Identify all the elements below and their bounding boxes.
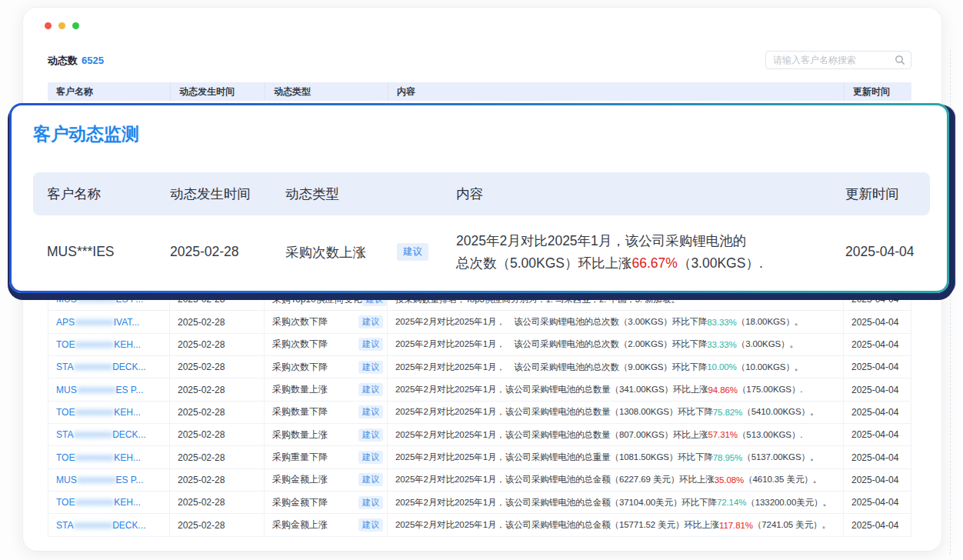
suggestion-badge: 建议	[358, 405, 383, 418]
customer-name-redacted: ■■■■■■■	[73, 429, 112, 440]
event-type-label: 采购金额上涨	[272, 518, 328, 532]
customer-name-suffix: KEH...	[114, 407, 141, 418]
event-date-cell: 2025-02-28	[170, 514, 265, 535]
table-row[interactable]: TOE■■■■■■■KEH...2025-02-28采购金额下降建议2025年2…	[48, 492, 911, 514]
event-type-label: 采购数量上涨	[272, 428, 328, 442]
customer-name-link[interactable]: TOE■■■■■■■KEH...	[48, 492, 170, 513]
spotlight-row[interactable]: MUS***IES 2025-02-28 采购次数上涨 建议 2025年2月对比…	[33, 215, 930, 288]
customer-name-prefix: MUS	[56, 385, 77, 395]
customer-name-suffix: ES P...	[115, 385, 143, 395]
table-header-row: 客户名称 动态发生时间 动态类型 内容 更新时间	[48, 82, 911, 101]
customer-name-prefix: STA	[56, 429, 73, 440]
event-type-label: 采购数量下降	[272, 405, 328, 418]
table-row[interactable]: MUS■■■■■■■ES P...2025-02-28采购数量上涨建议2025年…	[48, 378, 911, 401]
content-text-post: （7241.05 美元）。	[753, 519, 831, 531]
customer-name-redacted: ■■■■■■■	[75, 317, 114, 328]
table-row[interactable]: APS■■■■■■■IVAT...2025-02-28采购次数下降建议2025年…	[48, 311, 911, 333]
event-type-label: 采购Top10供应商变化	[272, 293, 362, 306]
dynamics-count-value: 6525	[82, 55, 104, 66]
event-type-label: 采购次数下降	[272, 361, 328, 374]
content-line-1: 2025年2月对比2025年1月，该公司采购锂电池的	[456, 230, 845, 252]
event-content-cell: 2025年2月对比2025年1月， 该公司采购锂电池的总次数（2.00KGS）环…	[388, 334, 844, 355]
customer-name-link[interactable]: MUS■■■■■■■ES P...	[48, 469, 170, 491]
updated-date-cell: 2025-04-04	[844, 492, 911, 513]
event-type-label: 采购数量上涨	[272, 383, 328, 396]
event-type-label: 采购重量下降	[272, 451, 328, 464]
event-type-cell: 采购重量下降建议	[265, 446, 388, 468]
table-row[interactable]: STA■■■■■■■DECK...2025-02-28采购数量上涨建议2025年…	[48, 424, 911, 446]
event-content-cell: 2025年2月对比2025年1月，该公司采购锂电池的总重量（1081.50KGS…	[388, 446, 844, 468]
event-type-cell: 采购数量上涨建议	[265, 378, 388, 400]
customer-name-redacted: ■■■■■■■	[77, 475, 116, 485]
customer-name-prefix: STA	[56, 362, 73, 372]
customer-name-prefix: TOE	[56, 497, 75, 508]
close-window-icon[interactable]	[45, 22, 52, 29]
customer-name-link[interactable]: STA■■■■■■■DECK...	[48, 424, 170, 445]
table-row[interactable]: TOE■■■■■■■KEH...2025-02-28采购次数下降建议2025年2…	[48, 334, 911, 356]
table-row[interactable]: TOE■■■■■■■KEH...2025-02-28采购数量下降建议2025年2…	[48, 402, 911, 424]
updated-date-cell: 2025-04-04	[844, 446, 911, 468]
table-body: MUS■■■■■■■ES P...2025-02-28采购Top10供应商变化建…	[48, 288, 911, 537]
event-content: 2025年2月对比2025年1月，该公司采购锂电池的 总次数（5.00KGS）环…	[456, 230, 845, 275]
updated-date-cell: 2025-04-04	[844, 334, 911, 355]
content-line-2: 总次数（5.00KGS）环比上涨66.67%（3.00KGS）.	[456, 252, 845, 275]
event-date-cell: 2025-02-28	[170, 402, 265, 423]
customer-name-link[interactable]: TOE■■■■■■■KEH...	[48, 402, 170, 423]
search-input[interactable]	[773, 55, 895, 65]
percent-change: 35.08%	[715, 475, 744, 485]
event-date-cell: 2025-02-28	[170, 378, 265, 400]
customer-name-redacted: ■■■■■■■	[75, 407, 114, 418]
customer-name-redacted: ■■■■■■■	[73, 520, 112, 531]
percent-change: 75.82%	[713, 408, 742, 417]
customer-name-redacted: ■■■■■■■	[77, 294, 116, 305]
updated-date: 2025-04-04	[845, 244, 930, 260]
suggestion-badge: 建议	[358, 518, 383, 532]
table-row[interactable]: TOE■■■■■■■KEH...2025-02-28采购重量下降建议2025年2…	[48, 446, 911, 468]
percent-change: 10.00%	[707, 362, 736, 372]
suggestion-badge: 建议	[358, 451, 383, 464]
event-type-label: 采购金额上涨	[272, 473, 328, 486]
table-row[interactable]: MUS■■■■■■■ES P...2025-02-28采购金额上涨建议2025年…	[48, 469, 911, 492]
suggestion-badge: 建议	[397, 243, 428, 261]
customer-name-link[interactable]: STA■■■■■■■DECK...	[48, 514, 170, 535]
event-type-cell: 采购次数下降建议	[265, 356, 388, 378]
suggestion-badge: 建议	[358, 338, 383, 351]
search-icon[interactable]	[895, 55, 905, 65]
header-event-date: 动态发生时间	[171, 82, 265, 101]
event-type-cell: 采购金额上涨建议	[265, 469, 388, 491]
customer-name-suffix: IVAT...	[114, 317, 140, 328]
content-text: 2025年2月对比2025年1月，该公司采购锂电池的总数量（1308.00KGS…	[395, 406, 713, 418]
header-updated-date: 更新时间	[845, 185, 930, 203]
event-content-cell: 2025年2月对比2025年1月，该公司采购锂电池的总金额（6227.69 美元…	[388, 469, 844, 491]
customer-name-suffix: KEH...	[114, 452, 141, 463]
event-type-label: 采购次数下降	[272, 315, 328, 328]
spotlight-card: 客户动态监测 客户名称 动态发生时间 动态类型 内容 更新时间 MUS***IE…	[9, 103, 949, 293]
content-text: 按采购数量排名，Top3供应商分别为：1. 马来西亚；2. 中国；3. 新加坡。	[395, 294, 680, 305]
customer-name-link[interactable]: TOE■■■■■■■KEH...	[48, 334, 170, 355]
event-type-cell: 采购数量上涨建议	[265, 424, 388, 445]
updated-date-cell: 2025-04-04	[844, 469, 911, 491]
customer-name-prefix: TOE	[56, 407, 75, 418]
updated-date-cell: 2025-04-04	[844, 424, 911, 445]
customer-name-link[interactable]: TOE■■■■■■■KEH...	[48, 446, 170, 468]
customer-name-suffix: ES P...	[115, 475, 143, 485]
customer-name-link[interactable]: APS■■■■■■■IVAT...	[48, 311, 170, 332]
customer-name-redacted: ■■■■■■■	[73, 362, 112, 372]
table-row[interactable]: STA■■■■■■■DECK...2025-02-28采购次数下降建议2025年…	[48, 356, 911, 378]
customer-name-link[interactable]: STA■■■■■■■DECK...	[48, 356, 170, 378]
percent-change: 72.14%	[717, 498, 746, 507]
customer-name-link[interactable]: MUS■■■■■■■ES P...	[48, 378, 170, 400]
event-content-cell: 2025年2月对比2025年1月，该公司采购锂电池的总数量（807.00KGS）…	[388, 424, 844, 445]
minimize-window-icon[interactable]	[58, 22, 65, 29]
updated-date-cell: 2025-04-04	[844, 311, 911, 332]
percent-change: 83.33%	[707, 318, 736, 327]
dynamics-table: 客户名称 动态发生时间 动态类型 内容 更新时间	[48, 82, 911, 101]
customer-name-prefix: STA	[56, 520, 73, 531]
customer-name-suffix: KEH...	[114, 339, 141, 350]
event-date-cell: 2025-02-28	[170, 469, 265, 491]
content-text: 2025年2月对比2025年1月，该公司采购锂电池的总金额（15771.52 美…	[395, 519, 719, 531]
maximize-window-icon[interactable]	[72, 22, 79, 29]
table-row[interactable]: STA■■■■■■■DECK...2025-02-28采购金额上涨建议2025年…	[48, 514, 911, 536]
search-box[interactable]	[765, 51, 911, 69]
event-date-cell: 2025-02-28	[170, 424, 265, 445]
